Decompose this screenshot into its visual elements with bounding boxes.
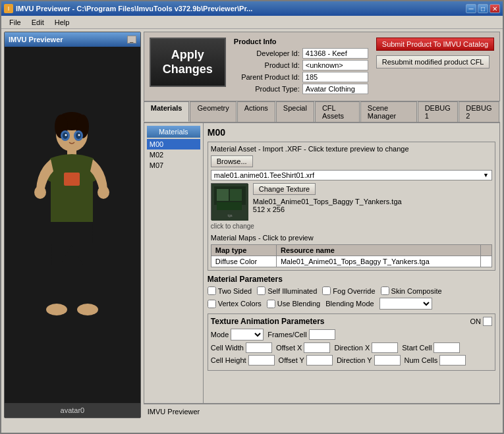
use-blending-input[interactable]: [267, 300, 275, 308]
materials-list-panel: Materials M00 M02 M07: [144, 123, 204, 403]
self-illuminated-input[interactable]: [257, 286, 266, 295]
offset-y-label: Offset Y: [279, 356, 304, 364]
asset-section-title: Material Asset - Import .XRF - Click tex…: [211, 145, 492, 153]
fog-override-input[interactable]: [322, 286, 331, 295]
status-bar: IMVU Previewer: [144, 404, 500, 418]
offset-y-input[interactable]: [306, 355, 333, 366]
material-maps-table: Map type Resource name Diffuse Color Mal…: [211, 244, 492, 267]
start-cell-input[interactable]: [434, 342, 460, 353]
tab-scene-manager[interactable]: Scene Manager: [360, 101, 417, 122]
frames-cell-input[interactable]: [309, 329, 335, 340]
cell-height-group: Cell Height: [211, 355, 275, 366]
developer-row: Developer Id: 41368 - Keef: [234, 48, 368, 59]
cell-height-input[interactable]: [248, 355, 275, 366]
self-illuminated-checkbox[interactable]: Self Illuminated: [257, 286, 317, 295]
two-sided-input[interactable]: [208, 286, 216, 295]
product-info-title: Product Info: [234, 38, 368, 45]
on-checkbox-box[interactable]: [483, 317, 492, 326]
table-row: Diffuse Color Male01_Anime01_Tops_Baggy …: [211, 256, 491, 267]
params-row-1: Two Sided Self Illuminated Fog Override …: [208, 286, 495, 295]
tab-debug2[interactable]: DEBUG 2: [459, 101, 499, 122]
two-sided-checkbox[interactable]: Two Sided: [208, 286, 252, 295]
texture-thumb-svg: tga: [211, 184, 248, 221]
xrf-value: male01.anime01.TeeShirt01.xrf: [214, 171, 314, 179]
mode-select[interactable]: [231, 329, 264, 340]
main-content: IMVU Previewer _: [1, 29, 503, 421]
cell-width-input[interactable]: [246, 342, 272, 353]
left-panel-minimize[interactable]: _: [127, 36, 136, 43]
parent-row: Parent Product Id: 185: [234, 72, 368, 82]
browse-button[interactable]: Browse...: [211, 155, 253, 167]
menu-help[interactable]: Help: [49, 17, 75, 28]
xrf-select[interactable]: male01.anime01.TeeShirt01.xrf ▼: [211, 170, 492, 180]
left-panel: IMVU Previewer _: [4, 32, 141, 418]
apply-area: ApplyChanges Product Info Developer Id: …: [144, 32, 500, 101]
material-detail-panel: M00 Material Asset - Import .XRF - Click…: [204, 123, 499, 403]
svg-text:tga: tga: [227, 213, 232, 217]
tab-debug1[interactable]: DEBUG 1: [418, 101, 459, 122]
skin-composite-input[interactable]: [381, 286, 389, 295]
maximize-button[interactable]: □: [478, 4, 488, 13]
left-panel-title-text: IMVU Previewer: [9, 36, 63, 43]
menu-edit[interactable]: Edit: [26, 17, 49, 28]
fog-override-checkbox[interactable]: Fog Override: [322, 286, 375, 295]
minimize-button[interactable]: ─: [466, 4, 476, 13]
svg-point-9: [78, 134, 80, 136]
frames-cell-group: Frames/Cell: [267, 329, 335, 340]
offset-x-input[interactable]: [304, 342, 330, 353]
tab-actions[interactable]: Actions: [237, 101, 275, 122]
mat-item-m00[interactable]: M00: [147, 139, 200, 149]
tab-materials[interactable]: Materials: [144, 101, 190, 122]
num-cells-label: Num Cells: [405, 356, 438, 364]
tab-cfl-assets[interactable]: CFL Assets: [315, 101, 360, 122]
click-to-change-label: click to change: [211, 223, 492, 230]
menu-file[interactable]: File: [4, 17, 26, 28]
apply-changes-button[interactable]: ApplyChanges: [150, 38, 226, 87]
texture-thumbnail[interactable]: tga: [211, 183, 248, 220]
select-arrow-icon: ▼: [483, 172, 489, 178]
tex-anim-row-1: Mode Frames/Cell: [211, 329, 492, 340]
catalog-buttons: Submit Product To IMVU Catalog Resubmit …: [376, 38, 494, 68]
material-name: M00: [208, 127, 495, 138]
mat-item-m02[interactable]: M02: [147, 149, 200, 160]
num-cells-input[interactable]: [439, 355, 466, 366]
close-button[interactable]: ✕: [490, 4, 500, 13]
map-type-cell: Diffuse Color: [211, 256, 276, 267]
developer-label: Developer Id:: [234, 49, 300, 57]
svg-point-12: [34, 186, 46, 199]
map-extra-cell: [481, 256, 492, 267]
svg-rect-21: [230, 189, 242, 201]
mode-label: Mode: [211, 331, 229, 339]
submit-catalog-button[interactable]: Submit Product To IMVU Catalog: [376, 38, 494, 51]
vertex-colors-checkbox[interactable]: Vertex Colors: [208, 300, 262, 308]
mode-group: Mode: [211, 329, 264, 340]
svg-point-17: [77, 304, 98, 315]
tab-geometry[interactable]: Geometry: [190, 101, 236, 122]
vertex-colors-input[interactable]: [208, 300, 216, 308]
menu-bar: File Edit Help: [1, 16, 503, 29]
use-blending-checkbox[interactable]: Use Blending: [267, 300, 320, 308]
resubmit-cfl-button[interactable]: Resubmit modified product CFL: [376, 55, 490, 68]
tex-anim-row-3: Cell Height Offset Y Direction Y: [211, 355, 492, 366]
direction-y-input[interactable]: [374, 355, 401, 366]
tab-special[interactable]: Special: [276, 101, 314, 122]
direction-x-group: Direction X: [334, 342, 398, 353]
on-label: ON: [470, 317, 482, 325]
right-panel: ApplyChanges Product Info Developer Id: …: [144, 32, 500, 418]
mat-item-m07[interactable]: M07: [147, 160, 200, 171]
cell-height-label: Cell Height: [211, 356, 246, 364]
skin-composite-checkbox[interactable]: Skin Composite: [381, 286, 442, 295]
avatar-label: avatar0: [61, 406, 85, 414]
change-texture-button[interactable]: Change Texture: [253, 183, 316, 195]
direction-x-input[interactable]: [372, 342, 398, 353]
avatar-figure: [24, 107, 120, 344]
material-params-section: Material Parameters Two Sided Self Illum…: [208, 275, 495, 310]
texture-anim-on-checkbox[interactable]: ON: [470, 317, 493, 326]
svg-rect-14: [52, 265, 61, 308]
svg-rect-22: [217, 202, 242, 210]
cell-width-group: Cell Width: [211, 342, 272, 353]
left-panel-footer: avatar0: [5, 403, 140, 418]
material-params-title: Material Parameters: [208, 275, 495, 284]
blending-mode-select[interactable]: [379, 298, 432, 310]
frames-cell-label: Frames/Cell: [267, 331, 306, 339]
